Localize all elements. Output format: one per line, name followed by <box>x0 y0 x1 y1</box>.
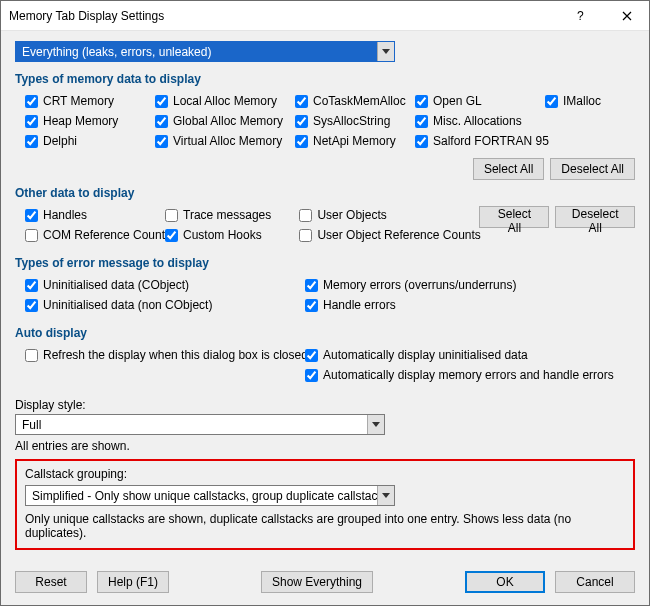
section-auto-display: Auto display <box>15 326 635 340</box>
dialog-footer: Reset Help (F1) Show Everything OK Cance… <box>15 571 635 593</box>
reset-button[interactable]: Reset <box>15 571 87 593</box>
chk-global[interactable]: Global Alloc Memory <box>155 112 295 130</box>
help-button[interactable]: Help (F1) <box>97 571 169 593</box>
chk-uninit-nc[interactable]: Uninitialised data (non CObject) <box>25 296 305 314</box>
chevron-down-icon <box>367 415 384 434</box>
display-style-text: Full <box>16 418 367 432</box>
chk-salford[interactable]: Salford FORTRAN 95 <box>415 132 545 150</box>
chk-comref[interactable]: COM Reference Counts <box>25 226 165 244</box>
chk-misc[interactable]: Misc. Allocations <box>415 112 545 130</box>
chk-netapi[interactable]: NetApi Memory <box>295 132 415 150</box>
cancel-button[interactable]: Cancel <box>555 571 635 593</box>
svg-text:?: ? <box>577 10 584 22</box>
section-other-data: Other data to display <box>15 186 635 200</box>
chk-delphi[interactable]: Delphi <box>25 132 155 150</box>
auto-display-grid: Refresh the display when this dialog box… <box>15 346 635 386</box>
chk-auto-memhandle[interactable]: Automatically display memory errors and … <box>305 366 614 384</box>
chk-handles[interactable]: Handles <box>25 206 165 224</box>
deselect-all-other-button[interactable]: Deselect All <box>555 206 635 228</box>
chk-imalloc[interactable]: IMalloc <box>545 92 625 110</box>
dialog-content: Everything (leaks, errors, unleaked) Typ… <box>1 31 649 605</box>
chk-local[interactable]: Local Alloc Memory <box>155 92 295 110</box>
display-style-label: Display style: <box>15 398 635 412</box>
chk-memerr[interactable]: Memory errors (overruns/underruns) <box>305 276 516 294</box>
chk-uninit-c[interactable]: Uninitialised data (CObject) <box>25 276 305 294</box>
chk-custom[interactable]: Custom Hooks <box>165 226 299 244</box>
select-all-other-button[interactable]: Select All <box>479 206 549 228</box>
chevron-down-icon <box>377 486 394 505</box>
display-style-dropdown[interactable]: Full <box>15 414 385 435</box>
callstack-label: Callstack grouping: <box>25 467 625 481</box>
close-icon[interactable] <box>604 1 649 30</box>
select-all-mem-button[interactable]: Select All <box>473 158 544 180</box>
window-title: Memory Tab Display Settings <box>1 9 559 23</box>
dialog-window: Memory Tab Display Settings ? Everything… <box>0 0 650 606</box>
display-style-note: All entries are shown. <box>15 439 635 453</box>
section-memory-types: Types of memory data to display <box>15 72 635 86</box>
callstack-dropdown[interactable]: Simplified - Only show unique callstacks… <box>25 485 395 506</box>
chk-userobjref[interactable]: User Object Reference Counts <box>299 226 479 244</box>
preset-dropdown-text: Everything (leaks, errors, unleaked) <box>16 45 377 59</box>
chk-heap[interactable]: Heap Memory <box>25 112 155 130</box>
error-types-grid: Uninitialised data (CObject) Uninitialis… <box>15 276 635 316</box>
chevron-down-icon <box>377 42 394 61</box>
memtype-buttons: Select All Deselect All <box>15 158 635 180</box>
callstack-note: Only unique callstacks are shown, duplic… <box>25 512 625 540</box>
callstack-dropdown-text: Simplified - Only show unique callstacks… <box>26 489 377 503</box>
section-error-types: Types of error message to display <box>15 256 635 270</box>
callstack-group-box: Callstack grouping: Simplified - Only sh… <box>15 459 635 550</box>
show-everything-button[interactable]: Show Everything <box>261 571 373 593</box>
deselect-all-mem-button[interactable]: Deselect All <box>550 158 635 180</box>
titlebar: Memory Tab Display Settings ? <box>1 1 649 31</box>
chk-cotask[interactable]: CoTaskMemAlloc <box>295 92 415 110</box>
chk-refresh[interactable]: Refresh the display when this dialog box… <box>25 346 305 364</box>
chk-userobj[interactable]: User Objects <box>299 206 479 224</box>
chk-trace[interactable]: Trace messages <box>165 206 299 224</box>
chk-handleerr[interactable]: Handle errors <box>305 296 516 314</box>
preset-dropdown[interactable]: Everything (leaks, errors, unleaked) <box>15 41 395 62</box>
chk-auto-uninit[interactable]: Automatically display uninitialised data <box>305 346 614 364</box>
other-data-grid: Handles COM Reference Counts Trace messa… <box>15 206 635 246</box>
chk-sysalloc[interactable]: SysAllocString <box>295 112 415 130</box>
ok-button[interactable]: OK <box>465 571 545 593</box>
help-icon[interactable]: ? <box>559 1 604 30</box>
memory-types-grid: CRT Memory Heap Memory Delphi Local Allo… <box>15 92 635 152</box>
chk-virtual[interactable]: Virtual Alloc Memory <box>155 132 295 150</box>
chk-crt[interactable]: CRT Memory <box>25 92 155 110</box>
chk-opengl[interactable]: Open GL <box>415 92 545 110</box>
